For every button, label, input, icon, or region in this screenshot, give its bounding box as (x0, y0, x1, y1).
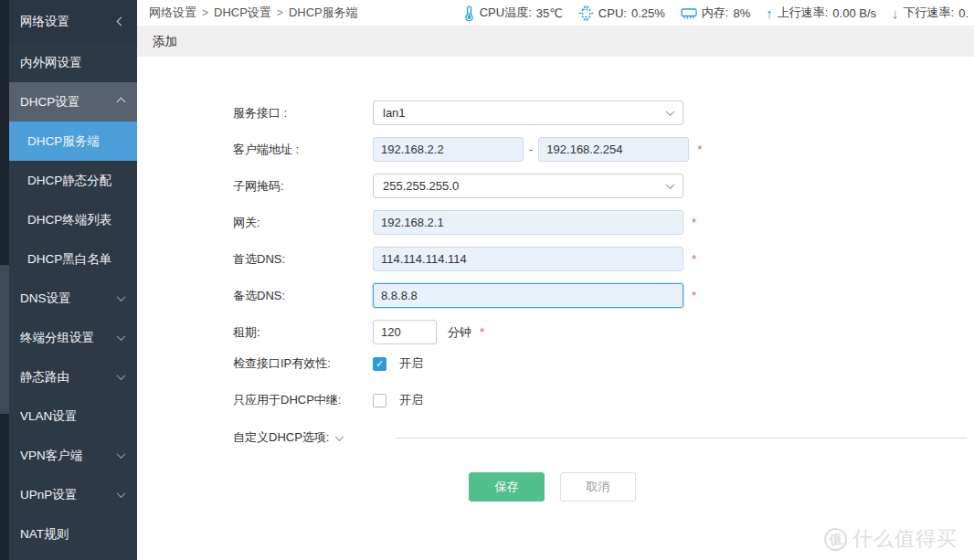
stat-label: CPU: (598, 6, 627, 20)
sidebar-item-label: 内外网设置 (20, 55, 124, 71)
sidebar-item-label: 静态路由 (20, 369, 118, 386)
sidebar: 网络设置 内外网设置 DHCP设置 DHCP服务端 DHCP静态分配 DHCP终… (0, 0, 137, 560)
sidebar-item-upnp-settings[interactable]: UPnP设置 (9, 475, 137, 514)
primary-dns-label: 首选DNS: (233, 251, 373, 268)
sidebar-item-label: DNS设置 (20, 291, 118, 307)
lease-unit: 分钟 (448, 324, 471, 341)
service-interface-select[interactable]: lan1 (373, 100, 683, 125)
required-asterisk: * (692, 252, 696, 266)
sidebar-scrollbar-thumb[interactable] (0, 265, 9, 414)
sidebar-item-nat-rules[interactable]: NAT规则 (9, 514, 137, 554)
breadcrumb: 网络设置 > DHCP设置 > DHCP服务端 (149, 5, 358, 21)
secondary-dns-input[interactable] (373, 283, 683, 308)
chevron-down-icon (117, 449, 126, 459)
gateway-label: 网关: (233, 215, 373, 231)
sidebar-item-dhcp-static[interactable]: DHCP静态分配 (9, 161, 137, 200)
subnet-mask-row: 子网掩码: 255.255.255.0 (233, 174, 974, 198)
stat-value: 0. (958, 6, 969, 20)
lease-label: 租期: (233, 324, 373, 341)
sidebar-item-label: VPN客户端 (20, 448, 118, 464)
stat-label: 上行速率: (778, 5, 829, 21)
subnet-mask-select[interactable]: 255.255.255.0 (373, 174, 683, 198)
select-value: lan1 (383, 106, 667, 120)
thermometer-icon (463, 5, 475, 21)
sidebar-item-vlan-settings[interactable]: VLAN设置 (9, 396, 137, 436)
client-address-label: 客户端地址 : (233, 142, 373, 158)
sidebar-item-label: DHCP黑白名单 (27, 251, 124, 268)
breadcrumb-separator: > (202, 6, 208, 19)
sidebar-item-vpn-client[interactable]: VPN客户端 (9, 436, 137, 475)
primary-dns-input[interactable] (373, 247, 683, 271)
topbar: 网络设置 > DHCP设置 > DHCP服务端 CPU温度: 35℃ (137, 0, 974, 26)
breadcrumb-dhcp-settings[interactable]: DHCP设置 (214, 5, 271, 21)
chevron-down-icon (117, 489, 126, 498)
chevron-up-icon (117, 98, 126, 107)
check-ip-row: 检查接口IP有效性: 开启 (233, 356, 974, 371)
save-button[interactable]: 保存 (469, 472, 545, 502)
memory-stat: 内存: 8% (681, 5, 750, 21)
custom-dhcp-options-label: 自定义DHCP选项: (233, 429, 329, 446)
required-asterisk: * (692, 289, 696, 302)
custom-dhcp-options-row: 自定义DHCP选项: (233, 429, 974, 446)
client-address-end-input[interactable] (538, 137, 689, 162)
sidebar-header-label: 网络设置 (20, 14, 118, 30)
watermark-badge: 值 (822, 526, 848, 552)
sidebar-item-terminal-group[interactable]: 终端分组设置 (9, 318, 137, 357)
stat-value: 0.00 B/s (832, 6, 876, 20)
sidebar-item-static-route[interactable]: 静态路由 (9, 357, 137, 396)
chevron-down-icon (117, 292, 126, 301)
breadcrumb-separator: > (277, 6, 283, 19)
dhcp-relay-row: 只应用于DHCP中继: 开启 (233, 393, 974, 407)
dhcp-relay-label: 只应用于DHCP中继: (233, 392, 373, 408)
lease-row: 租期: 分钟 * (233, 320, 974, 344)
stat-label: 内存: (702, 5, 729, 21)
primary-dns-row: 首选DNS: * (233, 247, 974, 271)
cpu-temp-stat: CPU温度: 35℃ (463, 5, 563, 21)
sidebar-edge-strip (0, 0, 9, 560)
check-ip-on-label: 开启 (399, 355, 423, 372)
sidebar-item-label: DHCP终端列表 (27, 212, 124, 228)
lease-input[interactable] (373, 320, 437, 344)
client-address-row: 客户端地址 : - * (233, 137, 974, 162)
cpu-usage-stat: CPU: 0.25% (578, 5, 665, 21)
stat-value: 8% (733, 6, 750, 20)
collapse-left-icon[interactable] (117, 17, 126, 26)
stat-label: CPU温度: (480, 5, 532, 21)
sidebar-item-dhcp-server[interactable]: DHCP服务端 (9, 122, 137, 161)
sidebar-item-dhcp-settings[interactable]: DHCP设置 (9, 82, 137, 122)
chevron-down-icon (117, 332, 126, 341)
sidebar-item-dns-settings[interactable]: DNS设置 (9, 279, 137, 318)
secondary-dns-label: 备选DNS: (233, 288, 373, 304)
sidebar-item-wan-lan[interactable]: 内外网设置 (9, 43, 137, 82)
arrow-up-icon: ↑ (766, 6, 773, 20)
sidebar-item-label: 终端分组设置 (20, 330, 118, 346)
stat-value: 35℃ (536, 6, 563, 20)
memory-icon (681, 6, 697, 20)
dhcp-relay-checkbox[interactable] (373, 394, 386, 407)
sidebar-submenu-dhcp: DHCP服务端 DHCP静态分配 DHCP终端列表 DHCP黑白名单 (9, 122, 137, 279)
secondary-dns-row: 备选DNS: * (233, 283, 974, 308)
watermark-text: 什么值得买 (852, 525, 958, 553)
download-rate-stat: ↓ 下行速率: 0. (892, 5, 969, 21)
service-interface-label: 服务接口 : (233, 105, 373, 122)
sidebar-item-dhcp-blackwhite-list[interactable]: DHCP黑白名单 (9, 239, 137, 279)
required-asterisk: * (697, 143, 702, 156)
service-interface-row: 服务接口 : lan1 (233, 100, 974, 125)
client-address-start-input[interactable] (373, 137, 524, 162)
chevron-down-icon (666, 107, 675, 116)
chevron-down-icon[interactable] (335, 432, 344, 441)
stat-value: 0.25% (631, 6, 665, 20)
cancel-button[interactable]: 取消 (560, 472, 636, 502)
sidebar-item-dhcp-terminal-list[interactable]: DHCP终端列表 (9, 200, 137, 239)
sidebar-item-label: DHCP服务端 (27, 133, 124, 150)
upload-rate-stat: ↑ 上行速率: 0.00 B/s (766, 5, 876, 21)
check-ip-checkbox[interactable] (373, 357, 386, 371)
breadcrumb-network-settings[interactable]: 网络设置 (149, 5, 196, 21)
sidebar-item-label: VLAN设置 (20, 408, 124, 425)
gateway-input[interactable] (373, 210, 683, 235)
main-content: 添加 服务接口 : lan1 客户端地址 : - * 子网掩码: 255. (137, 26, 974, 560)
sidebar-header-network-settings[interactable]: 网络设置 (9, 0, 137, 43)
section-divider (396, 438, 967, 438)
cpu-chip-icon (578, 5, 594, 21)
section-title: 添加 (137, 26, 974, 57)
